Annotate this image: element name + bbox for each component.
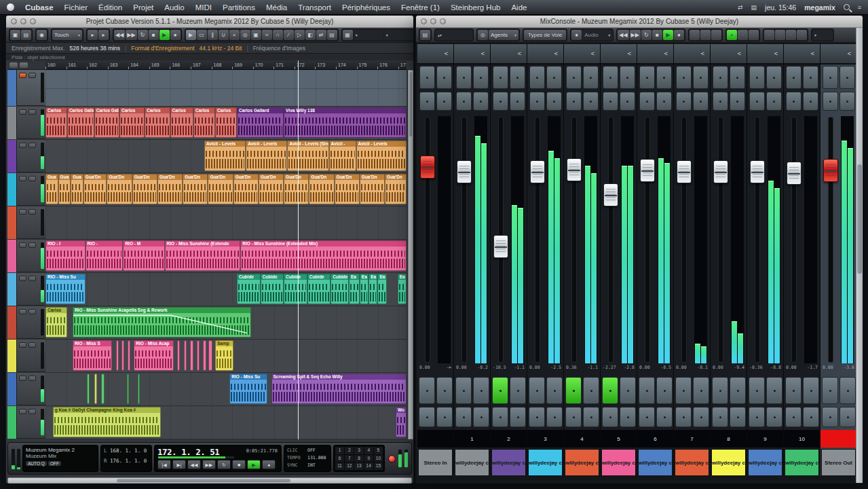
play-button[interactable]: ▶ — [247, 460, 261, 469]
mixconsole-titlebar[interactable]: MixConsole - Muzeum Megamix 2012 By Cuba… — [416, 16, 863, 28]
mute-button[interactable] — [19, 309, 26, 314]
track-lane-9[interactable]: RIO - Miss SRIO - Miss AcapSamp — [45, 340, 407, 373]
monitor-button[interactable] — [565, 377, 582, 404]
record-arm-button[interactable] — [19, 73, 26, 78]
audio-clip[interactable]: Avicii - — [329, 141, 356, 171]
audio-clip[interactable] — [94, 374, 97, 404]
peak-db-value[interactable]: -8.1 — [697, 365, 708, 373]
menu-item-fichier[interactable]: Fichier — [64, 3, 88, 12]
track-lane-3[interactable]: Avicii - LevelsAvicii - LevelsAvicii - L… — [45, 140, 407, 173]
solo-button[interactable] — [29, 376, 36, 381]
suspend-button[interactable]: · — [700, 30, 711, 40]
minimize-button[interactable] — [20, 18, 26, 24]
rack-header[interactable]: < — [527, 44, 563, 65]
audio-clip[interactable] — [128, 340, 130, 371]
marker-1-button[interactable]: 1 — [335, 447, 344, 454]
solo-button[interactable] — [473, 66, 489, 89]
channel-strip-willydeejay-c-4[interactable]: <0.36-1.14willydeejay c — [564, 44, 601, 476]
rewind-button[interactable]: ◀◀ — [618, 30, 628, 40]
record-button[interactable]: ● — [674, 30, 684, 40]
audio-clip[interactable]: Cubide — [307, 274, 331, 304]
listen-button[interactable] — [823, 92, 838, 111]
goto-start-button[interactable]: |◀ — [157, 460, 171, 469]
read-automation-button[interactable] — [492, 407, 508, 427]
mute-button[interactable] — [419, 66, 435, 89]
peak-db-value[interactable]: -1.7 — [807, 365, 818, 373]
tempo-value[interactable]: 131.000 — [307, 455, 326, 460]
fader-lane[interactable] — [713, 116, 729, 363]
edit-button[interactable] — [620, 92, 635, 111]
rack-header[interactable]: < — [564, 44, 600, 65]
track-header-11[interactable] — [7, 406, 45, 439]
scrollbar-thumb[interactable] — [857, 164, 862, 274]
mute-button[interactable] — [19, 376, 26, 381]
audio-clip[interactable]: Ea — [398, 274, 407, 304]
audio-clip[interactable]: Cubide — [331, 274, 349, 304]
automation-mode-dropdown[interactable]: Touch▾ — [52, 30, 82, 40]
track-lane-2[interactable]: CarlosCarlos Gallardo feat KCarlos Galla… — [45, 107, 407, 140]
record-enable-button[interactable] — [583, 377, 599, 404]
record-enable-button[interactable] — [546, 377, 563, 404]
read-automation-button[interactable] — [602, 407, 618, 427]
mute-button[interactable] — [493, 66, 508, 89]
rewind-button[interactable]: ◀◀ — [114, 30, 125, 40]
track-lane-10[interactable]: RIO - Miss SuScreaming Spit & Seq Echo W… — [45, 373, 407, 406]
audio-clip[interactable]: Carlos Gallard — [237, 107, 284, 138]
track-header-4[interactable] — [7, 173, 45, 206]
write-automation-button[interactable] — [583, 407, 599, 427]
mute-button[interactable] — [19, 276, 26, 281]
channel-name[interactable]: Stereo In — [418, 449, 453, 476]
tool-11-button[interactable]: ◧ — [305, 30, 316, 40]
automation-read-button[interactable]: ◉ — [37, 30, 47, 40]
read-automation-button[interactable] — [419, 407, 435, 427]
volume-fader[interactable] — [677, 160, 692, 183]
menu-item-steinberg-hub[interactable]: Steinberg Hub — [451, 3, 501, 12]
audio-clip[interactable] — [121, 340, 124, 371]
volume-icon[interactable]: ▤ — [751, 4, 757, 11]
monitor-button[interactable] — [749, 377, 765, 404]
fader-lane[interactable] — [786, 116, 802, 363]
audio-clip[interactable]: Avicii - Levels — [204, 141, 246, 171]
record-mode-display[interactable]: Muzeum Megamix 2 Muzeum Mix AUTO Q OFF — [22, 445, 98, 472]
write-automation-button[interactable] — [693, 407, 709, 427]
fader-lane[interactable] — [566, 116, 582, 363]
listen-button[interactable] — [529, 92, 545, 111]
monitor-button[interactable] — [602, 377, 618, 404]
channel-strip-willydeejay-c-5[interactable]: <-2.27-2.85willydeejay c — [601, 44, 637, 476]
tool-1-button[interactable]: ▭ — [197, 30, 207, 40]
solo-button[interactable] — [620, 66, 635, 89]
goto-end-button[interactable]: ▶| — [172, 460, 186, 469]
solo-button[interactable] — [656, 66, 672, 89]
fader-lane[interactable] — [603, 116, 619, 363]
record-button[interactable]: ● — [262, 460, 276, 469]
mute-button[interactable] — [786, 66, 801, 89]
agents-dropdown[interactable]: Agents▾ — [489, 30, 518, 40]
audio-clip[interactable]: Ea — [360, 274, 369, 304]
rack-header[interactable]: < — [820, 44, 856, 65]
scrollbar-thumb[interactable] — [117, 479, 290, 482]
track-header-2[interactable] — [7, 107, 45, 140]
minimize-button[interactable] — [430, 18, 436, 24]
racks-button[interactable]: ● — [571, 30, 582, 40]
write-automation-button[interactable] — [766, 407, 782, 427]
audio-clip[interactable]: Gua'Dn — [157, 174, 183, 204]
nudge-right-button[interactable]: ▸ — [98, 30, 109, 40]
solo-button[interactable] — [29, 309, 36, 314]
marker-11-button[interactable]: 11 — [335, 463, 344, 470]
edit-button[interactable] — [693, 92, 709, 111]
audio-clip[interactable] — [127, 374, 130, 404]
record-enable-button[interactable] — [803, 377, 819, 404]
audio-clip[interactable]: RIO - — [86, 240, 124, 271]
listen-button[interactable] — [603, 92, 618, 111]
marker-6-button[interactable]: 6 — [335, 455, 344, 463]
channel-strip-stereo-in-0[interactable]: <0.00-∞Stereo In — [417, 44, 454, 476]
audio-clip[interactable]: Carlos Gallardo feat K — [67, 107, 94, 138]
audio-clip[interactable] — [101, 374, 104, 404]
zoom-button[interactable] — [30, 18, 36, 24]
fader-db-value[interactable]: -10.5 — [493, 365, 506, 373]
track-header-1[interactable] — [7, 70, 45, 107]
zoom-in-button[interactable]: · — [775, 30, 785, 40]
cycle-button[interactable]: ↻ — [641, 30, 652, 40]
record-enable-button[interactable] — [473, 377, 489, 404]
read-automation-button[interactable] — [822, 407, 838, 427]
